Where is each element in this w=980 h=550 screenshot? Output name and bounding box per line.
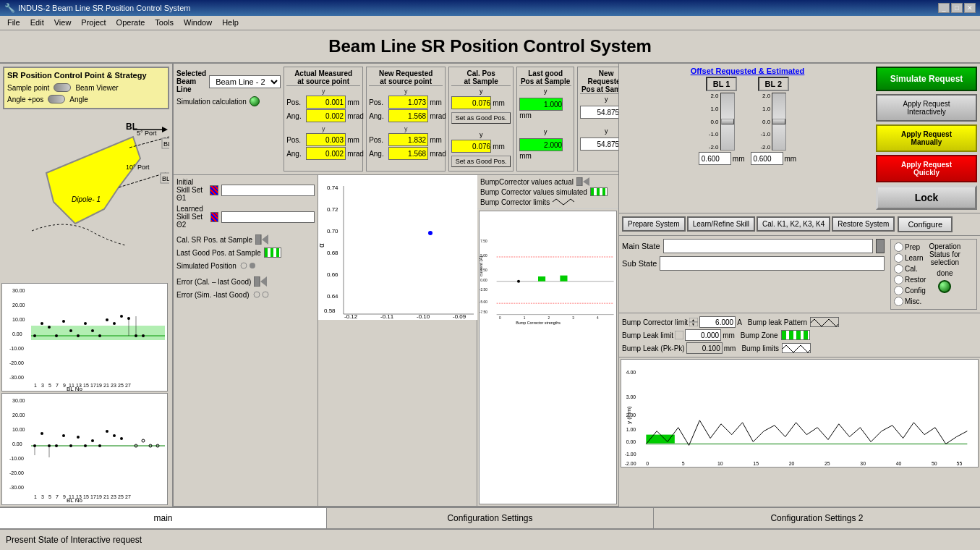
bl2-label: BL 2 xyxy=(758,77,790,91)
menu-operate[interactable]: Operate xyxy=(112,17,150,28)
new-req-y1: y xyxy=(369,88,443,95)
svg-text:21: 21 xyxy=(103,383,109,388)
bump-leak-limit-input[interactable] xyxy=(685,329,721,341)
svg-point-30 xyxy=(113,322,116,325)
bl1-offset-input[interactable] xyxy=(699,152,731,165)
apply-interactively-button[interactable]: Apply RequestInteractively xyxy=(876,94,977,122)
radio-misc[interactable]: Misc. xyxy=(894,297,926,306)
beam-selector-row: Selected Beam Line Beam Line - 1 Beam Li… xyxy=(176,69,281,93)
last-good-val1-input[interactable] xyxy=(519,98,563,111)
svg-text:11: 11 xyxy=(69,383,74,388)
bump-corrector-limit-spinner[interactable]: ▲▼ xyxy=(689,318,698,326)
minimize-button[interactable]: _ xyxy=(938,3,950,13)
prepare-system-button[interactable]: Prepare System xyxy=(622,216,686,232)
tab-main[interactable]: main xyxy=(0,508,327,528)
bl2-slider-thumb[interactable] xyxy=(772,119,785,124)
initial-skill-input[interactable] xyxy=(221,185,315,196)
lock-button[interactable]: Lock xyxy=(876,185,977,210)
close-button[interactable]: ✕ xyxy=(964,3,976,13)
svg-text:1.00: 1.00 xyxy=(626,427,636,432)
svg-text:-10.00: -10.00 xyxy=(9,346,24,351)
bump-limits-pattern-icon xyxy=(782,343,811,353)
actual-ang2-input[interactable] xyxy=(306,147,346,160)
actual-ang1-label: Ang. xyxy=(286,112,304,120)
radio-cal[interactable]: Cal. xyxy=(894,264,926,274)
learn-refine-button[interactable]: Learn/Refine Skill xyxy=(687,216,755,232)
actual-pos2-input[interactable] xyxy=(306,133,346,146)
svg-text:0.00: 0.00 xyxy=(626,439,636,444)
bump-corrector-limit-input[interactable] xyxy=(699,316,736,328)
maximize-button[interactable]: □ xyxy=(951,3,963,13)
cal-sr-indicator-row: Cal. SR Pos. at Sample xyxy=(176,234,315,245)
port2-label: 10° Port xyxy=(126,164,150,171)
bl1-slider-area: 2.01.00.0-1.0-2.0 xyxy=(709,93,735,151)
beam-line-select[interactable]: Beam Line - 1 Beam Line - 2 Beam Line - … xyxy=(209,75,281,88)
actual-row4: Ang. mrad xyxy=(286,147,360,160)
configure-button[interactable]: Configure xyxy=(898,216,953,232)
radio-config[interactable]: Config xyxy=(894,286,926,295)
radio-prep[interactable]: Prep xyxy=(894,242,926,252)
nrs-val2-input[interactable] xyxy=(580,138,618,151)
restore-system-button[interactable]: Restore System xyxy=(832,216,895,232)
svg-text:0: 0 xyxy=(499,316,501,320)
new-req-pos2-input[interactable] xyxy=(388,133,428,146)
last-good-val1-row: mm xyxy=(519,98,571,119)
svg-text:23: 23 xyxy=(111,383,116,388)
set-good-pos-btn2[interactable]: Set as Good Pos. xyxy=(451,156,511,167)
menu-edit[interactable]: Edit xyxy=(26,17,48,28)
bl2-slider-track xyxy=(772,93,786,151)
svg-text:-30.00: -30.00 xyxy=(9,485,24,490)
angle-toggle[interactable] xyxy=(48,95,65,103)
actual-pos1-input[interactable] xyxy=(306,96,346,109)
offset-link[interactable]: Offset Requested & Estimated xyxy=(691,67,805,75)
menu-view[interactable]: View xyxy=(50,17,76,28)
menu-window[interactable]: Window xyxy=(179,17,216,28)
svg-text:0.74: 0.74 xyxy=(327,185,338,191)
bl2-offset-input[interactable] xyxy=(751,152,783,165)
apply-manually-button[interactable]: Apply RequestManually xyxy=(876,124,977,152)
simulate-request-button[interactable]: Simulate Request xyxy=(876,67,977,91)
bl-sliders-row: BL 1 2.01.00.0-1.0-2.0 xyxy=(622,77,873,165)
new-req-ang2-input[interactable] xyxy=(388,147,428,160)
main-state-input[interactable] xyxy=(663,239,873,253)
tab-config2[interactable]: Configuration Settings 2 xyxy=(654,508,980,528)
last-good-val2-input[interactable] xyxy=(519,138,563,151)
svg-text:30: 30 xyxy=(860,461,866,466)
set-good-pos-btn1[interactable]: Set as Good Pos. xyxy=(451,112,511,124)
cal-pos-val1-input[interactable] xyxy=(451,96,491,109)
svg-text:-5.00: -5.00 xyxy=(480,300,487,304)
left-panel: SR Position Control Point & Strategy Sam… xyxy=(0,64,174,507)
nrs-val1-input[interactable] xyxy=(580,106,618,119)
bl1-slider-thumb[interactable] xyxy=(721,119,734,124)
new-requested-col: New Requested at source point y Pos. mm … xyxy=(366,67,446,172)
menu-tools[interactable]: Tools xyxy=(150,17,178,28)
initial-skill-label: Initial Skill Set Θ1 xyxy=(176,178,207,202)
menu-file[interactable]: File xyxy=(3,17,25,28)
svg-text:0.00: 0.00 xyxy=(12,441,22,447)
middle-area: Initial Skill Set Θ1 Learned Skill Set Θ… xyxy=(174,175,618,507)
svg-text:-0.12: -0.12 xyxy=(344,313,358,320)
bump-limits-pattern-row: Bump limits xyxy=(741,342,811,354)
bump-pkpk-input[interactable] xyxy=(686,342,723,354)
apply-quickly-button[interactable]: Apply RequestQuickly xyxy=(876,155,977,182)
radio-learn[interactable]: Learn xyxy=(894,253,926,263)
svg-text:0.00: 0.00 xyxy=(480,279,487,282)
learned-skill-input[interactable] xyxy=(221,211,315,223)
sub-state-input[interactable] xyxy=(660,256,885,271)
leak-limit-spinner[interactable] xyxy=(675,331,683,339)
svg-text:20.00: 20.00 xyxy=(12,302,25,308)
menu-help[interactable]: Help xyxy=(218,17,243,28)
strategy-row1-value: Beam Viewer xyxy=(75,84,118,92)
bump-sim-pattern xyxy=(590,187,608,196)
actual-ang1-input[interactable] xyxy=(306,109,346,122)
cal-k-button[interactable]: Cal. K1, K2, K3, K4 xyxy=(757,216,830,232)
menu-project[interactable]: Project xyxy=(77,17,110,28)
cal-pos-val2-input[interactable] xyxy=(451,140,491,153)
new-req-pos1-input[interactable] xyxy=(388,96,428,109)
tab-config1[interactable]: Configuration Settings xyxy=(327,508,654,528)
sample-point-toggle[interactable] xyxy=(54,83,71,92)
strategy-row2-value: Angle xyxy=(69,96,88,103)
radio-restor[interactable]: Restor xyxy=(894,275,926,284)
new-req-ang1-input[interactable] xyxy=(388,109,428,122)
bl2-scale: 2.01.00.0-1.0-2.0 xyxy=(760,93,770,151)
